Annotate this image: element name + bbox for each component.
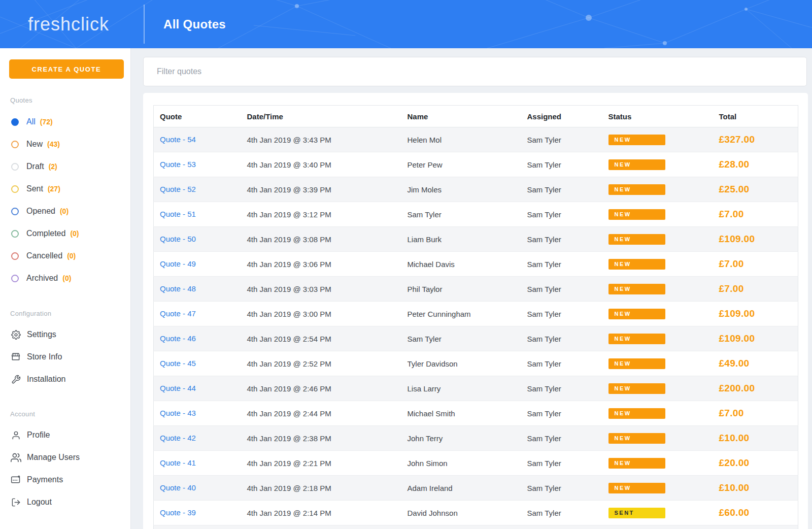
filter-count: (43) (47, 140, 60, 148)
sidebar-filter-completed[interactable]: Completed(0) (0, 222, 130, 245)
datetime-cell: 4th Jan 2019 @ 3:12 PM (241, 202, 401, 227)
filter-count: (0) (60, 207, 69, 215)
sidebar-item-label: Logout (27, 498, 52, 507)
header-divider (144, 5, 145, 44)
name-cell: Jim Moles (401, 177, 521, 202)
column-header-status: Status (602, 106, 713, 127)
status-cell: NEW (602, 177, 713, 202)
filter-label: Archived (26, 274, 58, 283)
configuration-section-label: Configuration (10, 310, 130, 317)
assigned-cell: Sam Tyler (521, 351, 602, 376)
sidebar-filter-all[interactable]: All(72) (0, 111, 130, 133)
status-cell: SENT (602, 501, 713, 525)
quote-link[interactable]: Quote - 51 (160, 210, 196, 218)
quote-link[interactable]: Quote - 54 (160, 135, 196, 144)
assigned-cell: Sam Tyler (521, 426, 602, 451)
column-header-total: Total (713, 106, 798, 127)
table-row: Quote - 494th Jan 2019 @ 3:06 PMMichael … (154, 252, 798, 277)
assigned-cell: Sam Tyler (521, 252, 602, 277)
users-icon (10, 452, 21, 463)
datetime-cell: 4th Jan 2019 @ 3:39 PM (241, 177, 401, 202)
status-badge: NEW (608, 159, 665, 170)
datetime-cell: 4th Jan 2019 @ 2:38 PM (241, 426, 401, 451)
sidebar-filter-archived[interactable]: Archived(0) (0, 267, 130, 289)
sidebar-item-manage-users[interactable]: Manage Users (0, 446, 130, 469)
quote-link[interactable]: Quote - 47 (160, 309, 196, 318)
total-cell: £7.00 (713, 401, 798, 426)
quotes-table: Quote Date/Time Name Assigned Status Tot… (153, 105, 798, 529)
table-row: Quote - 394th Jan 2019 @ 2:14 PMDavid Jo… (154, 501, 798, 525)
sidebar-filter-opened[interactable]: Opened(0) (0, 200, 130, 222)
sidebar-item-logout[interactable]: Logout (0, 491, 130, 513)
assigned-cell: Sam Tyler (521, 451, 602, 476)
quotes-table-card: Quote Date/Time Name Assigned Status Tot… (143, 93, 808, 529)
sidebar-item-payments[interactable]: Payments (0, 469, 130, 491)
sidebar-filter-new[interactable]: New(43) (0, 133, 130, 155)
total-cell: £10.00 (713, 476, 798, 501)
quote-link[interactable]: Quote - 53 (160, 160, 196, 169)
datetime-cell: 4th Jan 2019 @ 3:08 PM (241, 227, 401, 252)
sidebar-item-label: Installation (27, 375, 66, 384)
table-row-partial (154, 525, 798, 529)
total-cell: £200.00 (713, 376, 798, 401)
assigned-cell: Sam Tyler (521, 127, 602, 152)
quote-link[interactable]: Quote - 42 (160, 434, 196, 442)
radio-icon (11, 252, 19, 260)
quote-link[interactable]: Quote - 39 (160, 508, 196, 517)
assigned-cell: Sam Tyler (521, 376, 602, 401)
quotes-section-label: Quotes (10, 96, 130, 104)
sidebar-filter-cancelled[interactable]: Cancelled(0) (0, 245, 130, 267)
filter-label: All (26, 117, 36, 126)
sidebar-item-label: Manage Users (27, 453, 80, 462)
table-header-row: Quote Date/Time Name Assigned Status Tot… (154, 106, 798, 127)
filter-quotes-input[interactable] (143, 57, 807, 86)
sidebar-item-label: Profile (27, 431, 50, 440)
quote-link[interactable]: Quote - 45 (160, 359, 196, 368)
configuration-nav: Settings Store Info Installation (0, 323, 130, 390)
sidebar-item-installation[interactable]: Installation (0, 368, 130, 390)
filter-label: Cancelled (26, 251, 62, 260)
filter-count: (0) (67, 252, 76, 260)
quote-link[interactable]: Quote - 40 (160, 483, 196, 492)
name-cell: Helen Mol (401, 127, 521, 152)
name-cell: Michael Smith (401, 401, 521, 426)
assigned-cell: Sam Tyler (521, 277, 602, 302)
table-row: Quote - 474th Jan 2019 @ 3:00 PMPeter Cu… (154, 302, 798, 326)
total-cell: £7.00 (713, 202, 798, 227)
assigned-cell: Sam Tyler (521, 302, 602, 326)
status-badge: NEW (608, 483, 665, 493)
assigned-cell: Sam Tyler (521, 476, 602, 501)
table-row: Quote - 444th Jan 2019 @ 2:46 PMLisa Lar… (154, 376, 798, 401)
table-row: Quote - 414th Jan 2019 @ 2:21 PMJohn Sim… (154, 451, 798, 476)
sidebar-filter-sent[interactable]: Sent(27) (0, 178, 130, 200)
total-cell: £7.00 (713, 252, 798, 277)
sidebar-item-settings[interactable]: Settings (0, 323, 130, 346)
create-quote-button[interactable]: CREATE A QUOTE (9, 59, 124, 79)
name-cell: Tyler Davidson (401, 351, 521, 376)
status-badge: NEW (608, 234, 665, 245)
datetime-cell: 4th Jan 2019 @ 3:06 PM (241, 252, 401, 277)
quote-link[interactable]: Quote - 46 (160, 334, 196, 343)
datetime-cell: 4th Jan 2019 @ 2:18 PM (241, 476, 401, 501)
status-cell: NEW (602, 252, 713, 277)
quote-link[interactable]: Quote - 49 (160, 259, 196, 268)
datetime-cell: 4th Jan 2019 @ 3:00 PM (241, 302, 401, 326)
sidebar-filter-draft[interactable]: Draft(2) (0, 155, 130, 178)
quote-link[interactable]: Quote - 41 (160, 458, 196, 467)
assigned-cell: Sam Tyler (521, 401, 602, 426)
sidebar-item-store-info[interactable]: Store Info (0, 346, 130, 368)
quote-link[interactable]: Quote - 52 (160, 185, 196, 193)
sidebar-item-profile[interactable]: Profile (0, 424, 130, 446)
gear-icon (10, 329, 21, 340)
status-badge: NEW (608, 284, 665, 294)
quote-link[interactable]: Quote - 50 (160, 235, 196, 243)
quote-link[interactable]: Quote - 44 (160, 384, 196, 392)
sidebar: CREATE A QUOTE Quotes All(72)New(43)Draf… (0, 48, 131, 529)
quote-link[interactable]: Quote - 43 (160, 409, 196, 417)
datetime-cell: 4th Jan 2019 @ 3:43 PM (241, 127, 401, 152)
account-section-label: Account (10, 410, 130, 418)
total-cell: £20.00 (713, 451, 798, 476)
column-header-datetime: Date/Time (241, 106, 401, 127)
quote-link[interactable]: Quote - 48 (160, 284, 196, 293)
radio-icon (11, 141, 19, 148)
